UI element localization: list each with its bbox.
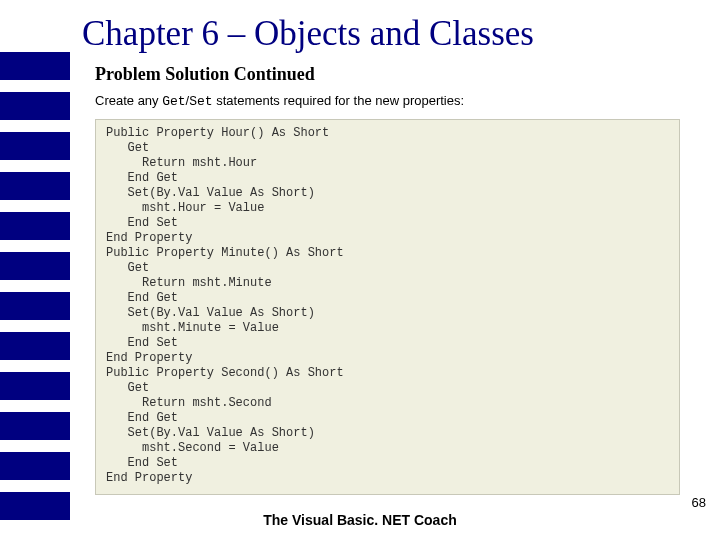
page-number: 68: [692, 495, 706, 510]
sidebar-bar: [0, 172, 70, 200]
sidebar-bar: [0, 332, 70, 360]
code-block: Public Property Hour() As Short Get Retu…: [95, 119, 680, 495]
sidebar-bar: [0, 252, 70, 280]
sidebar-bar: [0, 52, 70, 80]
sidebar-bar: [0, 412, 70, 440]
intro-mono-get: Get: [162, 94, 185, 109]
intro-pre: Create any: [95, 93, 162, 108]
page-title: Chapter 6 – Objects and Classes: [82, 14, 534, 54]
intro-post: statements required for the new properti…: [213, 93, 464, 108]
sidebar-bar: [0, 92, 70, 120]
subheading: Problem Solution Continued: [95, 64, 680, 85]
content-area: Problem Solution Continued Create any Ge…: [95, 64, 680, 495]
sidebar-decoration: [0, 0, 70, 540]
sidebar-bar: [0, 452, 70, 480]
sidebar-bar: [0, 372, 70, 400]
sidebar-bar: [0, 212, 70, 240]
sidebar-bar: [0, 132, 70, 160]
sidebar-bar: [0, 292, 70, 320]
intro-text: Create any Get/Set statements required f…: [95, 93, 680, 109]
intro-mono-set: Set: [189, 94, 212, 109]
footer-text: The Visual Basic. NET Coach: [0, 512, 720, 528]
